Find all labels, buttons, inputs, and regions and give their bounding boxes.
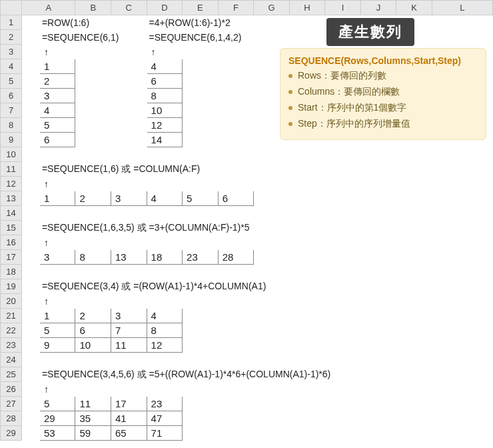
rowhdr-16[interactable]: 16	[1, 235, 22, 250]
formula-b25[interactable]: =SEQUENCE(3,4,5,6) 或 =5+((ROW(A1)-1)*4*6…	[39, 367, 492, 382]
cell[interactable]: 10	[75, 338, 111, 353]
colhdr-I[interactable]: I	[325, 1, 361, 15]
rowhdr-4[interactable]: 4	[1, 59, 22, 74]
rowhdr-22[interactable]: 22	[1, 323, 22, 338]
rowhdr-5[interactable]: 5	[1, 74, 22, 89]
cell[interactable]: 6	[147, 74, 183, 89]
cell[interactable]: 71	[147, 426, 183, 441]
cell[interactable]: 5	[39, 397, 75, 411]
corner-cell[interactable]	[1, 1, 22, 15]
colhdr-F[interactable]: F	[218, 1, 254, 15]
cell[interactable]: 8	[147, 323, 183, 338]
cell[interactable]: 10	[147, 103, 183, 118]
rowhdr-18[interactable]: 18	[1, 265, 22, 279]
rowhdr-11[interactable]: 11	[1, 162, 22, 177]
rowhdr-25[interactable]: 25	[1, 367, 22, 382]
rowhdr-10[interactable]: 10	[1, 147, 22, 162]
rowhdr-13[interactable]: 13	[1, 191, 22, 206]
colhdr-K[interactable]: K	[396, 1, 432, 15]
cell[interactable]: 1	[39, 309, 75, 323]
rowhdr-14[interactable]: 14	[1, 206, 22, 221]
colhdr-G[interactable]: G	[254, 1, 290, 15]
formula-e1[interactable]: =4+(ROW(1:6)-1)*2	[147, 15, 289, 30]
cell[interactable]: 3	[111, 309, 147, 323]
colhdr-A[interactable]: A	[22, 1, 75, 15]
cell[interactable]: 12	[147, 118, 183, 133]
cell[interactable]: 6	[39, 133, 75, 147]
cell[interactable]: 14	[147, 133, 183, 147]
rowhdr-7[interactable]: 7	[1, 103, 22, 118]
rowhdr-6[interactable]: 6	[1, 89, 22, 103]
cell[interactable]: 2	[39, 74, 75, 89]
cell[interactable]: 4	[147, 59, 183, 74]
cell[interactable]: 6	[218, 191, 254, 206]
rowhdr-17[interactable]: 17	[1, 250, 22, 265]
cell[interactable]: 3	[39, 89, 75, 103]
rowhdr-20[interactable]: 20	[1, 294, 22, 309]
cell[interactable]: 1	[39, 191, 75, 206]
cell[interactable]: 7	[111, 323, 147, 338]
formula-b11[interactable]: =SEQUENCE(1,6) 或 =COLUMN(A:F)	[39, 162, 289, 177]
cell[interactable]: 3	[39, 250, 75, 265]
rowhdr-19[interactable]: 19	[1, 279, 22, 294]
colhdr-J[interactable]: J	[360, 1, 396, 15]
formula-e2[interactable]: =SEQUENCE(6,1,4,2)	[147, 30, 289, 45]
cell[interactable]: 53	[39, 426, 75, 441]
cell[interactable]: 5	[183, 191, 219, 206]
colhdr-L[interactable]: L	[432, 1, 492, 15]
cell[interactable]: 8	[147, 89, 183, 103]
cell[interactable]: 2	[75, 309, 111, 323]
colhdr-H[interactable]: H	[289, 1, 325, 15]
formula-b19[interactable]: =SEQUENCE(3,4) 或 =(ROW(A1)-1)*4+COLUMN(A…	[39, 279, 396, 294]
cell[interactable]: 28	[218, 250, 254, 265]
rowhdr-15[interactable]: 15	[1, 221, 22, 235]
cell[interactable]: 23	[183, 250, 219, 265]
rowhdr-1[interactable]: 1	[1, 15, 22, 30]
cell[interactable]: 4	[39, 103, 75, 118]
cell[interactable]: 29	[39, 411, 75, 426]
cell[interactable]: 1	[39, 59, 75, 74]
cell[interactable]: 59	[75, 426, 111, 441]
rowhdr-12[interactable]: 12	[1, 177, 22, 191]
cell[interactable]: 11	[111, 338, 147, 353]
cell[interactable]: 8	[75, 250, 111, 265]
cell[interactable]: 47	[147, 411, 183, 426]
rowhdr-21[interactable]: 21	[1, 309, 22, 323]
cell[interactable]: 23	[147, 397, 183, 411]
cell[interactable]: 4	[147, 309, 183, 323]
formula-b2[interactable]: =SEQUENCE(6,1)	[39, 30, 147, 45]
cell[interactable]: 5	[39, 118, 75, 133]
colhdr-D[interactable]: D	[147, 1, 183, 15]
cell[interactable]: 9	[39, 338, 75, 353]
formula-b1[interactable]: =ROW(1:6)	[39, 15, 147, 30]
info-item: Step：序列中的序列增量值	[288, 118, 478, 130]
rowhdr-29[interactable]: 29	[1, 426, 22, 441]
cell[interactable]: 12	[147, 338, 183, 353]
cell[interactable]: 35	[75, 411, 111, 426]
rowhdr-28[interactable]: 28	[1, 411, 22, 426]
rowhdr-27[interactable]: 27	[1, 397, 22, 411]
cell[interactable]: 65	[111, 426, 147, 441]
rowhdr-26[interactable]: 26	[1, 382, 22, 397]
cell[interactable]: 4	[147, 191, 183, 206]
rowhdr-3[interactable]: 3	[1, 45, 22, 59]
info-item: Columns：要傳回的欄數	[288, 86, 478, 98]
cell[interactable]: 5	[39, 323, 75, 338]
cell[interactable]: 18	[147, 250, 183, 265]
colhdr-E[interactable]: E	[183, 1, 219, 15]
cell[interactable]: 2	[75, 191, 111, 206]
colhdr-B[interactable]: B	[75, 1, 111, 15]
cell[interactable]: 13	[111, 250, 147, 265]
cell[interactable]: 17	[111, 397, 147, 411]
rowhdr-24[interactable]: 24	[1, 353, 22, 367]
cell[interactable]: 41	[111, 411, 147, 426]
rowhdr-2[interactable]: 2	[1, 30, 22, 45]
rowhdr-9[interactable]: 9	[1, 133, 22, 147]
cell[interactable]: 6	[75, 323, 111, 338]
cell[interactable]: 11	[75, 397, 111, 411]
rowhdr-23[interactable]: 23	[1, 338, 22, 353]
formula-b15[interactable]: =SEQUENCE(1,6,3,5) 或 =3+(COLUMN(A:F)-1)*…	[39, 221, 396, 235]
colhdr-C[interactable]: C	[111, 1, 147, 15]
cell[interactable]: 3	[111, 191, 147, 206]
rowhdr-8[interactable]: 8	[1, 118, 22, 133]
